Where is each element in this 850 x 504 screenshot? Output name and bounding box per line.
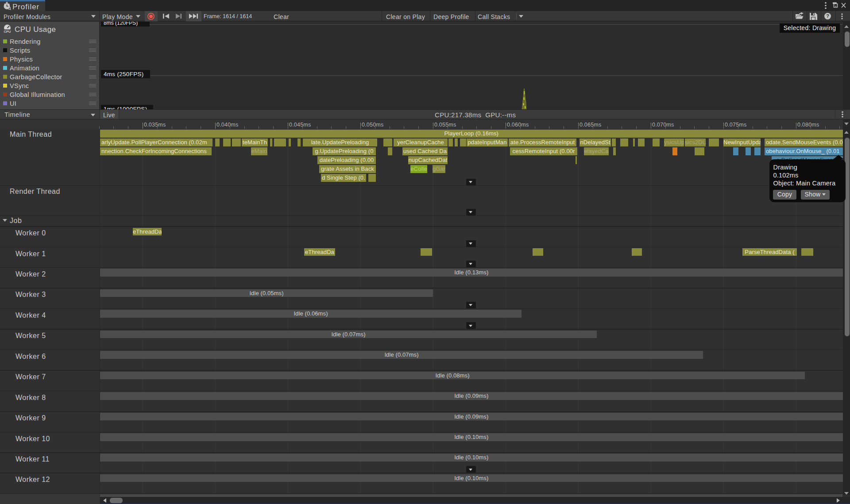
svg-text:CPU: CPU	[4, 30, 11, 34]
